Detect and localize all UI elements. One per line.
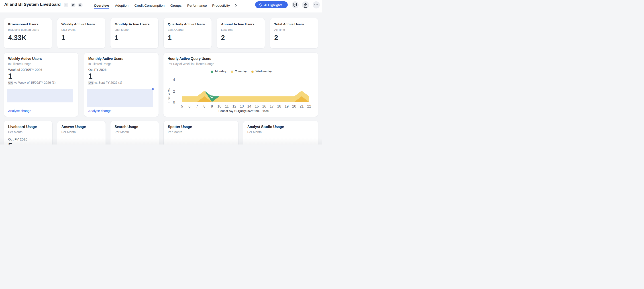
svg-text:9: 9 — [211, 104, 213, 108]
svg-text:16: 16 — [262, 104, 266, 108]
svg-text:5: 5 — [181, 104, 183, 108]
svg-text:Wednesday: Wednesday — [256, 70, 272, 73]
svg-text:10: 10 — [217, 104, 221, 108]
svg-text:20: 20 — [292, 104, 296, 108]
svg-text:8: 8 — [204, 104, 206, 108]
svg-text:13: 13 — [240, 104, 244, 108]
svg-text:12: 12 — [232, 104, 236, 108]
svg-text:4: 4 — [173, 78, 175, 82]
svg-text:2: 2 — [173, 90, 175, 93]
svg-text:7: 7 — [196, 104, 198, 108]
svg-text:22: 22 — [307, 104, 311, 108]
svg-text:0: 0 — [173, 100, 175, 104]
svg-text:Unique Cou...: Unique Cou... — [168, 84, 171, 103]
svg-text:19: 19 — [284, 104, 288, 108]
svg-text:15: 15 — [255, 104, 259, 108]
svg-text:21: 21 — [300, 104, 304, 108]
svg-text:17: 17 — [270, 104, 274, 108]
svg-text:14: 14 — [248, 104, 252, 108]
svg-text:6: 6 — [188, 104, 190, 108]
svg-text:Monday: Monday — [215, 70, 226, 73]
svg-text:Tuesday: Tuesday — [235, 70, 247, 73]
svg-text:18: 18 — [277, 104, 281, 108]
svg-text:Hour of day TS Query Start Tim: Hour of day TS Query Start Time - Fiscal — [218, 109, 269, 112]
svg-text:11: 11 — [225, 104, 229, 108]
